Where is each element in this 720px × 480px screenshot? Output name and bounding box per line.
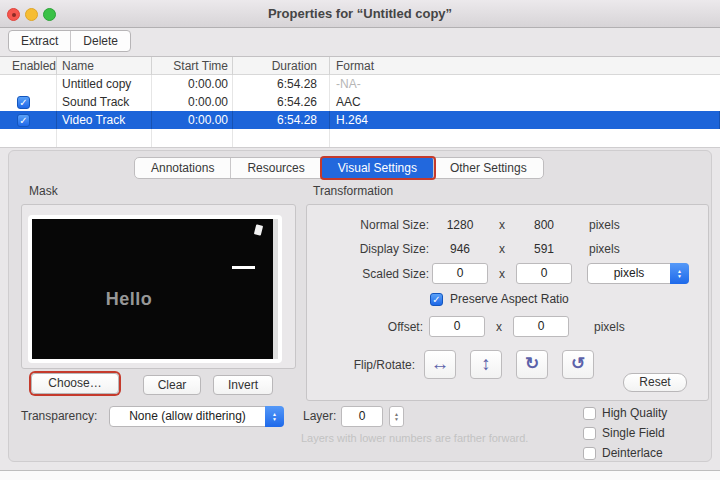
display-size-label: Display Size: xyxy=(307,242,429,256)
normal-size-width: 1280 xyxy=(429,218,491,232)
tab-visual-settings[interactable]: Visual Settings xyxy=(322,158,434,178)
deinterlace-checkbox[interactable] xyxy=(583,447,596,460)
preserve-aspect-label: Preserve Aspect Ratio xyxy=(450,292,569,306)
offset-label: Offset: xyxy=(307,320,423,334)
start-time-cell: 0:00.00 xyxy=(152,93,233,111)
rotate-counterclockwise-icon: ↺ xyxy=(571,354,585,373)
rotate-counterclockwise-button[interactable]: ↺ xyxy=(562,350,594,379)
titlebar: Properties for “Untitled copy” xyxy=(0,0,720,28)
flip-vertical-icon: ↕ xyxy=(481,353,491,374)
display-size-row: Display Size: 946 x 591 pixels xyxy=(307,242,708,256)
display-size-width: 946 xyxy=(429,242,491,256)
offset-y-field[interactable]: 0 xyxy=(513,316,569,337)
settings-tabs: Annotations Resources Visual Settings Ot… xyxy=(134,157,544,179)
single-field-option[interactable]: Single Field xyxy=(583,426,665,440)
flip-rotate-label: Flip/Rotate: xyxy=(307,358,415,372)
enabled-cell: ✓ xyxy=(0,93,57,111)
mask-corner-mark xyxy=(254,224,263,235)
duration-cell: 6:54.28 xyxy=(233,75,330,93)
mask-dash-mark xyxy=(232,266,255,269)
rotate-clockwise-icon: ↻ xyxy=(525,354,539,373)
display-size-unit: pixels xyxy=(589,242,620,256)
table-row-empty xyxy=(0,129,720,147)
scaled-size-row: Scaled Size: 0 x 0 pixels ▲▼ xyxy=(307,263,708,284)
enabled-cell: ✓ xyxy=(0,111,57,129)
start-time-cell: 0:00.00 xyxy=(152,75,233,93)
table-row-sound-track[interactable]: ✓ Sound Track 0:00.00 6:54.26 AAC xyxy=(0,93,720,111)
enabled-checkbox[interactable]: ✓ xyxy=(17,114,30,127)
reset-button[interactable]: Reset xyxy=(623,373,687,392)
invert-button[interactable]: Invert xyxy=(213,375,273,395)
transparency-value: None (allow dithering) xyxy=(110,407,283,426)
extract-button[interactable]: Extract xyxy=(9,31,71,51)
track-table: Enabled Name Start Time Duration Format … xyxy=(0,56,720,148)
mask-preview-well: Hello xyxy=(21,204,296,369)
scaled-unit-dropdown[interactable]: pixels ▲▼ xyxy=(587,263,689,284)
enabled-cell xyxy=(0,75,57,93)
table-row-untitled-copy[interactable]: Untitled copy 0:00.00 6:54.28 -NA- xyxy=(0,75,720,93)
high-quality-checkbox[interactable] xyxy=(583,407,596,420)
transformation-box: Normal Size: 1280 x 800 pixels Display S… xyxy=(306,204,709,401)
properties-window: Properties for “Untitled copy” Extract D… xyxy=(0,0,720,471)
column-header-start-time: Start Time xyxy=(152,57,233,75)
clear-button[interactable]: Clear xyxy=(143,375,201,395)
offset-row: Offset: 0 x 0 pixels xyxy=(307,316,708,337)
format-cell: H.264 xyxy=(330,111,720,129)
stepper-down-icon: ▼ xyxy=(394,417,399,422)
table-header: Enabled Name Start Time Duration Format xyxy=(0,57,720,75)
mask-preview: Hello xyxy=(32,219,278,359)
layer-label: Layer: xyxy=(303,409,336,423)
dropdown-stepper-icon: ▲▼ xyxy=(670,263,689,284)
layer-field[interactable]: 0 xyxy=(341,406,383,427)
mask-preview-frame: Hello xyxy=(28,215,282,363)
dropdown-stepper-icon: ▲▼ xyxy=(265,406,284,427)
transformation-group-label: Transformation xyxy=(313,184,393,198)
name-cell: Video Track xyxy=(57,111,152,129)
choose-button[interactable]: Choose… xyxy=(31,373,119,394)
dimension-separator: x xyxy=(488,320,510,334)
scaled-height-field[interactable]: 0 xyxy=(516,263,572,284)
tab-resources[interactable]: Resources xyxy=(231,158,321,178)
settings-pane: Annotations Resources Visual Settings Ot… xyxy=(8,150,712,462)
dimension-separator: x xyxy=(491,218,513,232)
scaled-size-label: Scaled Size: xyxy=(307,267,429,281)
transparency-dropdown[interactable]: None (allow dithering) ▲▼ xyxy=(109,406,284,427)
start-time-cell: 0:00.00 xyxy=(152,111,233,129)
layer-hint-text: Layers with lower numbers are farther fo… xyxy=(301,432,528,444)
single-field-checkbox[interactable] xyxy=(583,427,596,440)
tab-other-settings[interactable]: Other Settings xyxy=(434,158,543,178)
transparency-label: Transparency: xyxy=(21,409,97,423)
layer-stepper[interactable]: ▲ ▼ xyxy=(389,406,404,427)
track-action-buttons: Extract Delete xyxy=(8,30,131,52)
offset-x-field[interactable]: 0 xyxy=(429,316,485,337)
preview-scrollbar[interactable] xyxy=(273,219,278,359)
delete-button[interactable]: Delete xyxy=(71,31,130,51)
column-header-duration: Duration xyxy=(233,57,330,75)
column-header-enabled: Enabled xyxy=(0,57,57,75)
normal-size-label: Normal Size: xyxy=(307,218,429,232)
normal-size-unit: pixels xyxy=(589,218,620,232)
column-header-format: Format xyxy=(330,57,720,75)
preserve-aspect-row: ✓ Preserve Aspect Ratio xyxy=(307,292,708,306)
normal-size-height: 800 xyxy=(513,218,575,232)
duration-cell: 6:54.28 xyxy=(233,111,330,129)
tab-annotations[interactable]: Annotations xyxy=(135,158,231,178)
enabled-checkbox[interactable]: ✓ xyxy=(17,96,30,109)
flip-vertical-button[interactable]: ↕ xyxy=(470,350,502,379)
high-quality-option[interactable]: High Quality xyxy=(583,406,667,420)
format-cell: AAC xyxy=(330,93,720,111)
display-size-height: 591 xyxy=(513,242,575,256)
deinterlace-option[interactable]: Deinterlace xyxy=(583,446,663,460)
name-cell: Sound Track xyxy=(57,93,152,111)
name-cell: Untitled copy xyxy=(57,75,152,93)
table-row-video-track[interactable]: ✓ Video Track 0:00.00 6:54.28 H.264 xyxy=(0,111,720,129)
offset-unit: pixels xyxy=(594,320,625,334)
single-field-label: Single Field xyxy=(602,426,665,440)
preserve-aspect-checkbox[interactable]: ✓ xyxy=(430,293,443,306)
flip-horizontal-icon: ↔ xyxy=(431,353,450,374)
scaled-width-field[interactable]: 0 xyxy=(432,263,488,284)
rotate-clockwise-button[interactable]: ↻ xyxy=(516,350,548,379)
high-quality-label: High Quality xyxy=(602,406,667,420)
dimension-separator: x xyxy=(491,242,513,256)
flip-horizontal-button[interactable]: ↔ xyxy=(424,350,456,379)
